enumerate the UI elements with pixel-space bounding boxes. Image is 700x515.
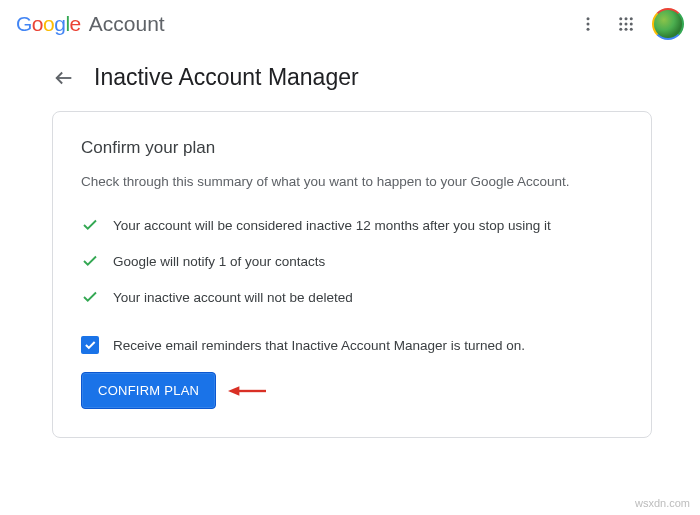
check-icon [81,288,99,306]
header-left: Google Account [16,12,165,36]
card-heading: Confirm your plan [81,138,623,158]
summary-text: Google will notify 1 of your contacts [113,254,325,269]
check-icon [81,252,99,270]
header-right [576,8,684,40]
app-header: Google Account [0,0,700,48]
avatar[interactable] [652,8,684,40]
svg-point-7 [625,23,628,26]
svg-marker-14 [228,386,239,396]
logo-letter: g [54,12,65,35]
annotation-arrow-icon [228,384,266,398]
summary-text: Your inactive account will not be delete… [113,290,353,305]
svg-point-9 [619,28,622,31]
more-icon[interactable] [576,12,600,36]
svg-point-10 [625,28,628,31]
svg-point-11 [630,28,633,31]
svg-point-1 [587,23,590,26]
svg-point-2 [587,28,590,31]
summary-item: Your account will be considered inactive… [81,216,623,234]
reminder-checkbox-label: Receive email reminders that Inactive Ac… [113,338,525,353]
logo-letter: o [43,12,54,35]
svg-point-4 [625,17,628,20]
summary-list: Your account will be considered inactive… [81,216,623,306]
svg-point-3 [619,17,622,20]
google-logo[interactable]: Google [16,12,81,36]
reminder-checkbox[interactable] [81,336,99,354]
apps-grid-icon[interactable] [614,12,638,36]
svg-point-8 [630,23,633,26]
svg-point-0 [587,17,590,20]
confirm-plan-card: Confirm your plan Check through this sum… [52,111,652,438]
summary-text: Your account will be considered inactive… [113,218,551,233]
page-title: Inactive Account Manager [94,64,359,91]
watermark: wsxdn.com [635,497,690,509]
svg-point-6 [619,23,622,26]
reminder-checkbox-row: Receive email reminders that Inactive Ac… [81,336,623,354]
logo-letter: e [70,12,81,35]
check-icon [81,216,99,234]
card-subtext: Check through this summary of what you w… [81,172,623,192]
confirm-plan-button[interactable]: CONFIRM PLAN [81,372,216,409]
logo-letter: o [32,12,43,35]
svg-point-5 [630,17,633,20]
logo-letter: G [16,12,32,35]
account-label: Account [89,12,165,36]
action-row: CONFIRM PLAN [81,372,623,409]
summary-item: Your inactive account will not be delete… [81,288,623,306]
back-arrow-icon[interactable] [52,66,76,90]
page-title-row: Inactive Account Manager [0,48,700,111]
summary-item: Google will notify 1 of your contacts [81,252,623,270]
